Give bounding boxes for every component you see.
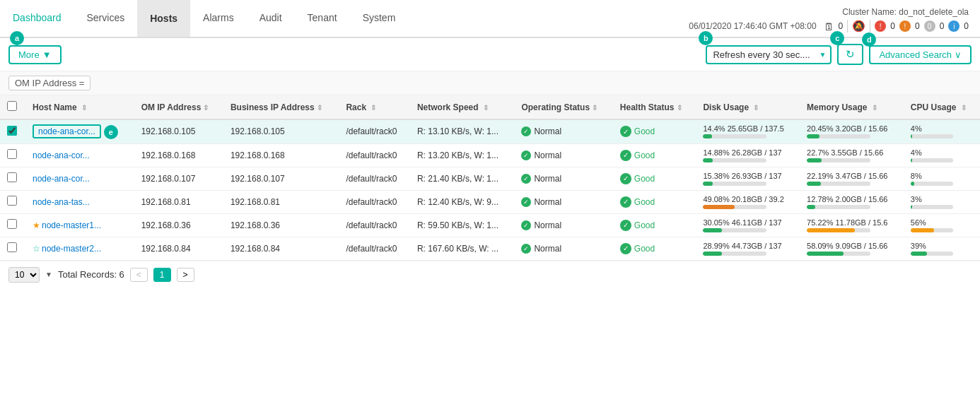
om-ip: 192.168.0.105 [134,119,223,143]
memory-usage: 58.09% 9.09GB / 15.66 [800,237,904,260]
refresh-select[interactable]: Refresh every 30 sec.... [706,45,832,64]
row-checkbox[interactable] [7,242,17,252]
disk-usage: 28.99% 44.73GB / 137 [696,237,800,260]
cpu-usage: 4% [904,119,980,143]
mute-icon: 🔕 [852,20,865,32]
health-status: ✓Good [613,237,696,260]
table-row: node-ana-cor...e192.168.0.105192.168.0.1… [0,119,980,143]
biz-ip: 192.168.0.105 [223,119,339,143]
operating-status: ✓Normal [514,119,612,143]
table-container: Host Name ⇕ OM IP Address⇕ Business IP A… [0,95,980,261]
disk-usage: 14.4% 25.65GB / 137.5 [696,119,800,143]
error-dot: ! [875,20,886,32]
nav-item-system[interactable]: System [350,0,409,37]
star-filled-icon: ★ [33,220,40,230]
select-all-checkbox[interactable] [7,101,17,111]
advanced-search-button[interactable]: Advanced Search ∨ [869,45,972,64]
annotation-c: c [830,31,844,45]
nothing-count: 0 [940,21,945,31]
row-checkbox[interactable] [7,126,17,136]
prev-page-button[interactable]: < [130,268,148,282]
disk-usage: 14.88% 26.28GB / 137 [696,143,800,167]
om-ip: 192.168.0.81 [134,190,223,213]
refresh-button[interactable]: ↻ [837,44,863,65]
operating-status: ✓Normal [514,167,612,190]
disk-usage: 15.38% 26.93GB / 137 [696,167,800,190]
info-dot: i [948,20,959,32]
row-checkbox[interactable] [7,219,17,229]
row-checkbox[interactable] [7,196,17,206]
biz-ip: 192.168.0.81 [223,190,339,213]
col-rack: Rack ⇕ [339,95,409,119]
cpu-usage: 4% [904,143,980,167]
row-checkbox[interactable] [7,172,17,182]
col-host-name: Host Name ⇕ [25,95,134,119]
nothing-dot: 0 [924,20,935,32]
dropdown-arrow-icon: ▼ [45,271,52,278]
health-status: ✓Good [613,119,696,143]
total-records: Total Records: 6 [58,269,124,280]
table-row: node-ana-cor...192.168.0.107192.168.0.10… [0,167,980,190]
om-ip: 192.168.0.84 [134,237,223,260]
host-name-link[interactable]: node-ana-cor... [33,174,90,184]
pagination-bar: 10 ▼ Total Records: 6 < 1 > [0,261,980,288]
nav-item-services[interactable]: Services [74,0,138,37]
annotation-b: b [699,31,713,45]
col-disk-usage: Disk Usage ⇕ [696,95,800,119]
col-health-status: Health Status⇕ [613,95,696,119]
operating-status: ✓Normal [514,143,612,167]
disk-usage: 49.08% 20.18GB / 39.2 [696,190,800,213]
memory-usage: 12.78% 2.00GB / 15.66 [800,190,904,213]
col-om-ip: OM IP Address⇕ [134,95,223,119]
host-name-link[interactable]: node-ana-cor... [33,126,101,136]
cpu-usage: 39% [904,237,980,260]
table-row: ★node-master1...192.168.0.36192.168.0.36… [0,213,980,237]
om-ip: 192.168.0.168 [134,143,223,167]
operating-status: ✓Normal [514,237,612,260]
operating-status: ✓Normal [514,213,612,237]
nav-item-hosts[interactable]: Hosts [137,0,190,37]
info-count: 0 [964,21,969,31]
health-status: ✓Good [613,143,696,167]
row-checkbox[interactable] [7,149,17,159]
cpu-usage: 8% [904,167,980,190]
host-name-link[interactable]: node-ana-cor... [33,150,90,160]
network-speed: R: 12.40 KB/s, W: 9... [410,190,515,213]
annotation-e: e [104,125,118,139]
host-name-link[interactable]: node-ana-tas... [33,197,90,207]
col-memory-usage: Memory Usage ⇕ [800,95,904,119]
snapshot-icon: 🗓 [824,20,834,32]
annotation-d: d [862,32,876,47]
more-button[interactable]: More ▼ [8,45,62,64]
rack: /default/rack0 [339,167,409,190]
warning-count: 0 [915,21,920,31]
page-size-select[interactable]: 10 [8,267,40,283]
datetime: 06/01/2020 17:46:40 GMT +08:00 [689,21,816,31]
rack: /default/rack0 [339,119,409,143]
host-name-link[interactable]: node-master2... [42,244,101,254]
next-page-button[interactable]: > [177,268,194,282]
nav-item-dashboard[interactable]: Dashboard [0,0,74,37]
nav-item-audit[interactable]: Audit [247,0,295,37]
error-count: 0 [890,21,895,31]
network-speed: R: 59.50 KB/s, W: 1... [410,213,515,237]
snapshot-count: 0 [839,21,844,31]
host-name-link[interactable]: node-master1... [42,220,101,230]
biz-ip: 192.168.0.107 [223,167,339,190]
rack: /default/rack0 [339,213,409,237]
col-cpu-usage: CPU Usage ⇕ [904,95,980,119]
health-status: ✓Good [613,213,696,237]
rack: /default/rack0 [339,190,409,213]
biz-ip: 192.168.0.84 [223,237,339,260]
star-outline-icon: ☆ [33,244,40,254]
nav-item-alarms[interactable]: Alarms [190,0,247,37]
cluster-name: Cluster Name: do_not_delete_ola [842,7,969,17]
page-1-button[interactable]: 1 [153,268,171,282]
memory-usage: 75.22% 11.78GB / 15.6 [800,213,904,237]
rack: /default/rack0 [339,237,409,260]
operating-status: ✓Normal [514,190,612,213]
advanced-search-arrow-icon: ∨ [955,49,962,60]
health-status: ✓Good [613,167,696,190]
biz-ip: 192.168.0.168 [223,143,339,167]
nav-item-tenant[interactable]: Tenant [295,0,350,37]
